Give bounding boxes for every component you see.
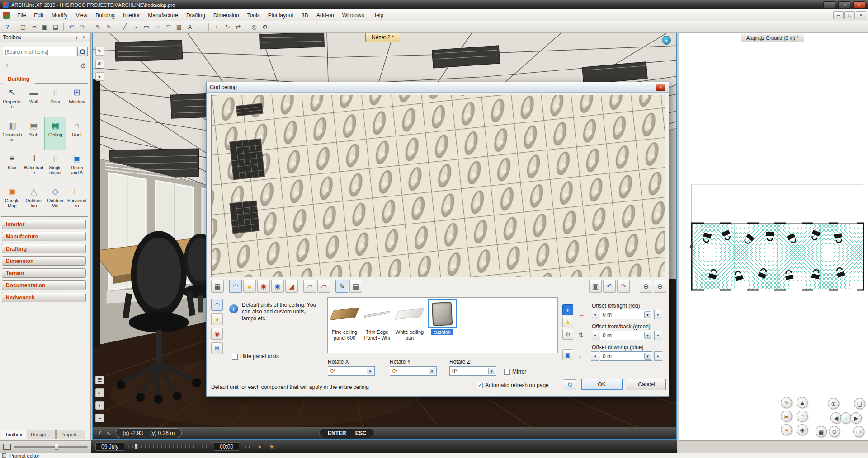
- menu-manufacture[interactable]: Manufacture: [144, 10, 182, 21]
- search-input[interactable]: [3, 47, 76, 56]
- line-icon[interactable]: ╱: [120, 22, 130, 32]
- rotate-icon[interactable]: ↻: [222, 22, 232, 32]
- toolbox-zoom-slider[interactable]: [14, 446, 88, 448]
- tool-single-object[interactable]: ▯Single object: [45, 150, 66, 183]
- slider-handle[interactable]: [55, 444, 58, 450]
- open-icon[interactable]: ▱: [29, 22, 39, 32]
- offset-red-decrement[interactable]: ◂: [591, 310, 599, 319]
- climate-category-icon[interactable]: ✻: [211, 342, 223, 354]
- tool-room[interactable]: ▣Room and A: [66, 150, 88, 183]
- category-documentation[interactable]: Documentation: [2, 280, 86, 290]
- item-pine-panel[interactable]: Pine ceiling panel 600: [329, 299, 360, 351]
- pan-right-button[interactable]: ▶: [850, 412, 862, 424]
- item-cushion[interactable]: cushion: [426, 299, 458, 351]
- menu-modify[interactable]: Modify: [47, 10, 71, 21]
- tool-surveyed[interactable]: ∟Surveyed ro: [66, 183, 88, 216]
- menu-dimension[interactable]: Dimension: [209, 10, 243, 21]
- ceiling-units-icon[interactable]: ◠: [229, 280, 242, 293]
- save-icon[interactable]: ▣: [40, 22, 50, 32]
- toolbox-close-icon[interactable]: ×: [80, 34, 88, 41]
- help-icon[interactable]: ?: [2, 22, 12, 32]
- grid-pattern-icon[interactable]: ▦: [211, 280, 224, 293]
- child-close-button[interactable]: ×: [856, 11, 866, 19]
- expand-toolbar-icon[interactable]: ▸: [95, 72, 104, 81]
- group-units-icon[interactable]: ◉: [271, 280, 284, 293]
- sketch-tool-icon[interactable]: ✎: [95, 47, 104, 56]
- tool-outdoor-virt[interactable]: ◇Outdoor Virt: [45, 183, 66, 216]
- dropdown-arrow-icon[interactable]: ▾: [644, 332, 651, 339]
- zoom-out-button[interactable]: ⊖: [829, 426, 840, 437]
- menu-interior[interactable]: Interior: [119, 10, 144, 21]
- search-button[interactable]: [77, 47, 88, 56]
- tool-ceiling[interactable]: ▦Ceiling: [45, 117, 66, 150]
- menu-3d[interactable]: 3D: [297, 10, 312, 21]
- rectangle-icon[interactable]: ▭: [142, 22, 151, 32]
- render-sphere-button[interactable]: ●: [781, 424, 792, 435]
- tool-outdoor[interactable]: △Outdoor too: [23, 183, 45, 216]
- dropdown-arrow-icon[interactable]: ▾: [429, 368, 435, 374]
- favorite-button[interactable]: ★: [562, 317, 573, 327]
- tool-properties[interactable]: ↖Properties: [1, 84, 23, 117]
- enter-button[interactable]: ENTER: [328, 430, 346, 436]
- cancel-button[interactable]: Cancel: [627, 379, 666, 390]
- minimize-button[interactable]: –: [823, 1, 835, 8]
- viewport-collapse-button[interactable]: ▾: [662, 36, 671, 45]
- ceiling-preview-canvas[interactable]: [212, 95, 665, 277]
- zoom-tool-icon[interactable]: ⊕: [95, 60, 104, 68]
- dialog-zoom-in-icon[interactable]: ⊕: [640, 280, 652, 293]
- arc-icon[interactable]: ◠: [163, 22, 173, 32]
- menu-file[interactable]: File: [13, 10, 30, 21]
- mirror-checkbox[interactable]: Mirror: [504, 369, 526, 375]
- category-interior[interactable]: Interior: [2, 220, 86, 229]
- refresh-button[interactable]: ↻: [564, 379, 576, 390]
- menu-plot-layout[interactable]: Plot layout: [264, 10, 297, 21]
- shadow-mode-icon[interactable]: ◑: [255, 443, 264, 451]
- sketch-mode-button[interactable]: ✎: [781, 397, 792, 408]
- pointer-mode-icon[interactable]: ↖: [107, 430, 112, 437]
- home-icon[interactable]: ⌂: [4, 62, 9, 70]
- category-terrain[interactable]: Terrain: [2, 268, 86, 278]
- pin-icon[interactable]: ↧: [73, 34, 80, 41]
- edit-pencil-icon[interactable]: ✎: [335, 280, 348, 293]
- plan-tab[interactable]: Alaprajz Ground (0 m) *: [741, 34, 804, 42]
- tool-stair[interactable]: ≡Stair: [1, 150, 23, 183]
- offset-red-select[interactable]: 0 m ▾: [600, 310, 652, 319]
- time-display[interactable]: 00:00: [214, 442, 239, 451]
- undo-icon[interactable]: ↶: [66, 22, 76, 32]
- tool-google-map[interactable]: ◉Google Map: [1, 183, 23, 216]
- roof-units-icon[interactable]: ◢: [285, 280, 298, 293]
- tool-column[interactable]: ▥Column/bea: [1, 117, 23, 150]
- floor-plan[interactable]: [679, 33, 868, 439]
- walk-mode-button[interactable]: ♟: [797, 397, 808, 408]
- redo-icon[interactable]: ↷: [77, 22, 87, 32]
- date-display[interactable]: 09 July: [95, 442, 124, 451]
- category-manufacture[interactable]: Manufacture: [2, 232, 86, 241]
- lamp-category-icon[interactable]: ●: [211, 313, 223, 325]
- tool-balustrade[interactable]: ‖Balustrade: [23, 150, 45, 183]
- menu-tools[interactable]: Tools: [243, 10, 264, 21]
- offset-green-increment[interactable]: ▸: [654, 331, 662, 340]
- zoom-icon[interactable]: ◎: [249, 22, 259, 32]
- tab-building[interactable]: Building: [2, 75, 35, 84]
- maximize-button[interactable]: □: [838, 1, 850, 8]
- esc-button[interactable]: ESC: [355, 430, 367, 436]
- close-button[interactable]: ×: [853, 1, 865, 8]
- ok-button[interactable]: OK: [581, 379, 623, 390]
- zoom-in-icon[interactable]: +: [95, 401, 104, 410]
- trim-profile-icon[interactable]: ▱: [303, 280, 316, 293]
- dropdown-arrow-icon[interactable]: ▾: [644, 311, 651, 318]
- offset-blue-decrement[interactable]: ◂: [591, 351, 599, 361]
- lamp-units-icon[interactable]: ●: [243, 280, 256, 293]
- copy-page-icon[interactable]: ▣: [589, 280, 602, 293]
- settings-icon[interactable]: ⚙: [260, 22, 270, 32]
- tool-wall[interactable]: ▬Wall: [23, 84, 45, 117]
- offset-blue-select[interactable]: 0 m ▾: [600, 351, 652, 361]
- category-dimension[interactable]: Dimension: [2, 256, 86, 266]
- category-kedvencek[interactable]: Kedvencek: [2, 293, 86, 302]
- spot-units-icon[interactable]: ◉: [257, 280, 270, 293]
- category-drafting[interactable]: Drafting: [2, 244, 86, 253]
- dialog-redo-icon[interactable]: ↷: [617, 280, 630, 293]
- dropdown-arrow-icon[interactable]: ▾: [367, 368, 373, 374]
- gear-icon[interactable]: ⚙: [80, 62, 86, 70]
- menu-building[interactable]: Building: [91, 10, 119, 21]
